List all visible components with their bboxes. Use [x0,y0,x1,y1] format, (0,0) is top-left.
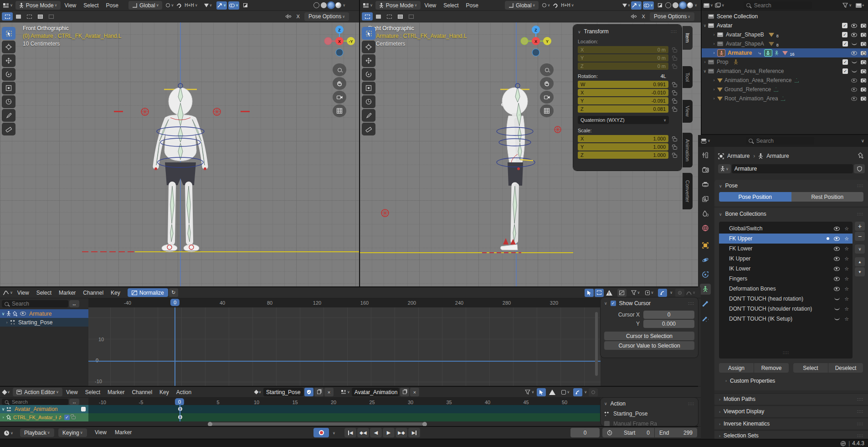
filter-dropdown[interactable]: ∨ [630,289,641,297]
tool-select-box[interactable] [362,27,375,40]
pivot-point-dropdown[interactable]: ∨ [165,1,175,10]
rotation-w-field[interactable]: W0.991 [578,81,668,88]
list-resize-handle[interactable]: :::: [783,350,789,355]
solo-star-icon[interactable]: ☆ [844,316,849,322]
panel-drag-handle[interactable]: :::: [671,29,677,34]
channel-enable-checkbox[interactable]: ✓ [64,415,70,420]
select-mode-subtract-button[interactable] [384,12,395,21]
mirror-x-toggle[interactable]: X [639,12,648,21]
dope-tweak-icon[interactable] [537,388,546,396]
tool-transform[interactable] [2,95,15,108]
tab-physics-icon[interactable] [700,255,711,265]
show-gizmo-dropdown[interactable]: ∨ [216,1,227,10]
scrollbar-handle-left[interactable] [208,422,212,426]
tool-scale[interactable] [362,82,375,94]
menu-channel[interactable]: Channel [128,389,156,395]
assign-button[interactable]: Assign [719,363,754,373]
menu-marker[interactable]: Marker [111,429,135,436]
unlink-slot-button[interactable]: × [410,388,419,396]
graph-playhead[interactable] [175,307,175,386]
fake-user-shield-toggle[interactable] [304,388,313,396]
ruler-tick[interactable]: 160 [360,298,369,307]
scale-z-field[interactable]: Z1.000 [578,151,668,159]
bone-collections-header[interactable]: ∨Bone Collections [719,211,766,217]
ruler-tick[interactable]: 25 [369,398,375,405]
move-up-button[interactable]: ▲ [855,257,865,266]
fake-user-shield-button[interactable] [854,164,865,173]
keying-dropdown[interactable]: Keying∨ [58,428,87,437]
tab-bone-icon[interactable] [700,298,711,309]
shading-material-icon[interactable] [680,2,686,8]
normalize-curve-icon[interactable] [617,289,627,297]
select-mode-invert-button[interactable] [35,12,46,21]
lock-icon[interactable] [673,146,677,150]
dope-snap-dropdown[interactable]: ∨ [560,388,570,396]
unlink-action-button[interactable]: × [324,388,334,396]
dope-ruler[interactable]: -10-505101520253035404550 [88,398,601,405]
visibility-eye-icon[interactable] [834,257,840,261]
pose-position-button[interactable]: Pose Position [719,192,791,202]
tool-measure[interactable] [2,123,15,135]
outliner-row-avatar-shapea[interactable]: ›Avatar_ShapeA8 ✓ [702,39,868,48]
viewport-front-canvas[interactable]: Front Orthographic (0) Armature : CTRL_F… [0,22,359,286]
rig-handle-left[interactable] [114,111,123,112]
outliner-row-armature[interactable]: › Armature ⤷ 16 [702,48,868,57]
panel-drag-handle[interactable]: :::: [857,183,863,188]
tool-annotate[interactable] [2,109,15,122]
ruler-tick[interactable]: 40 [485,398,490,405]
tool-move[interactable] [2,54,15,67]
datablock-name-field[interactable]: Armature [732,164,853,173]
disable-render-icon[interactable] [861,33,866,37]
snap-with-dropdown[interactable]: H+H∨ [184,1,198,10]
location-x-field[interactable]: X0 m [578,46,668,53]
shading-material-icon[interactable] [328,2,334,8]
dope-track-group[interactable] [88,413,601,421]
show-overlays-dropdown[interactable]: ∨ [643,1,654,10]
menu-channel[interactable]: Channel [79,290,107,296]
location-y-field[interactable]: Y0 m [578,54,668,62]
snap-with-dropdown[interactable]: H+H∨ [560,1,575,10]
graph-ruler[interactable]: -4004080120160200240280320 [88,298,601,307]
filter-icon[interactable]: ∨ [842,1,853,10]
show-cursor-checkbox[interactable]: ✓ [611,301,616,306]
channel-search-filter-button[interactable]: ↔ [69,300,79,307]
collection-specials-dropdown[interactable]: ∨ [855,244,865,254]
bone-collection-row[interactable]: Fingers☆ [719,274,853,284]
visibility-eye-icon[interactable] [834,247,840,251]
ruler-tick[interactable]: 280 [503,298,511,307]
ruler-tick[interactable]: 50 [562,398,567,405]
solo-star-icon[interactable]: ☆ [844,246,849,252]
shading-rendered-icon[interactable] [335,2,341,8]
tool-transform[interactable] [362,95,375,108]
menu-pose[interactable]: Pose [103,2,122,9]
ruler-tick[interactable]: 15 [292,398,298,405]
playback-dropdown[interactable]: Playback∨ [20,428,54,437]
rotation-z-field[interactable]: Z0.081 [578,105,668,113]
select-mode-extend-button[interactable] [373,12,384,21]
tab-object-data-icon[interactable] [700,284,711,295]
axis-gizmo[interactable]: Z Y X [518,23,554,59]
lock-icon[interactable] [673,66,677,69]
bone-collection-row[interactable]: Deformation Bones☆ [719,284,853,294]
rotation-mode-dropdown[interactable]: Quaternion (WXYZ)∨ [578,116,669,124]
editor-type-3dview-button[interactable]: ∨ [2,1,14,10]
solo-star-icon[interactable]: ☆ [844,306,849,312]
auto-keying-dropdown[interactable]: ∨ [333,431,335,435]
menu-view[interactable]: View [91,429,110,436]
cursor-value-to-selection-button[interactable]: Cursor Value to Selection [604,341,694,350]
breadcrumb-data[interactable]: Armature [766,153,789,159]
hide-eye-icon[interactable] [851,97,857,101]
current-frame-indicator[interactable]: 0 [170,299,180,306]
menu-select[interactable]: Select [80,2,102,9]
hide-eye-icon[interactable] [851,51,857,55]
sidebar-tab-view[interactable]: View [683,100,693,123]
dope-search-filter-button[interactable]: ↔ [69,399,79,405]
disable-render-icon[interactable] [861,69,866,73]
shading-wireframe-icon[interactable] [313,2,319,8]
tool-rotate[interactable] [2,68,15,81]
graph-plot[interactable]: 10 0 -10 [88,307,601,386]
show-overlays-dropdown[interactable]: ∨ [228,1,239,10]
ruler-tick[interactable]: 240 [455,298,463,307]
bone-collection-row[interactable]: IK Lower☆ [719,264,853,274]
normalize-auto-refresh-button[interactable]: ↻ [169,288,178,297]
